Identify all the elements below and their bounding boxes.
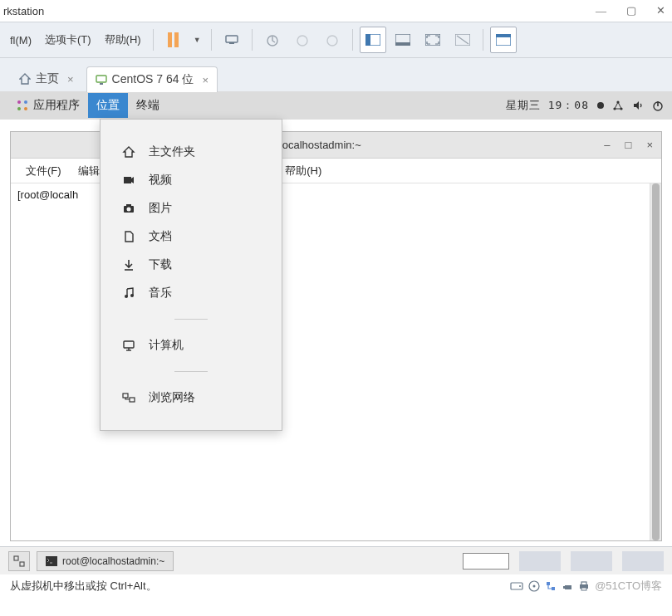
panel-status-area: 星期三 19：08 [506,98,664,113]
send-ctrlaltdel-icon[interactable] [218,27,245,53]
close-icon[interactable]: × [67,73,74,86]
maximize-button[interactable]: ▢ [626,4,636,17]
input-method-indicator[interactable] [463,553,509,570]
cd-icon[interactable] [528,580,540,592]
tab-home-label: 主页 [36,71,59,86]
music-icon [122,286,137,300]
outer-window-titlebar: rkstation — ▢ ✕ [0,0,672,22]
gnome-top-panel: 应用程序 位置 终端 星期三 19：08 [0,91,672,120]
svg-point-31 [130,294,134,297]
svg-rect-48 [563,586,566,589]
menu-tabs[interactable]: 选项卡(T) [40,29,96,51]
network-adapter-icon[interactable] [545,580,557,592]
menu-m[interactable]: fl(M) [5,31,37,50]
disk-icon[interactable] [510,580,523,592]
dropdown-downloads[interactable]: 下载 [101,251,282,279]
dropdown-documents-label: 文档 [149,229,172,244]
show-desktop-button[interactable] [8,551,30,571]
apps-icon [17,100,28,111]
separator [211,29,212,51]
svg-rect-50 [581,582,586,585]
dropdown-browse-label: 浏览网络 [149,390,195,405]
volume-icon[interactable] [632,100,644,111]
dropdown-separator [174,319,208,320]
svg-rect-33 [124,341,134,348]
document-icon [122,230,137,243]
camera-icon [122,202,137,215]
tray-spacer [571,551,612,571]
snapshot-icon[interactable] [259,27,286,53]
pause-button[interactable] [160,27,187,53]
dropdown-home[interactable]: 主文件夹 [101,138,282,166]
svg-rect-38 [14,556,18,560]
close-button[interactable]: ✕ [656,4,665,17]
svg-rect-1 [229,42,234,44]
dropdown-video-label: 视频 [149,173,172,188]
tab-home[interactable]: 主页 × [10,66,83,91]
tray-spacer [622,551,664,571]
terminal-menu-file[interactable]: 文件(F) [21,160,66,182]
minimize-button[interactable]: — [596,4,606,17]
dropdown-home-label: 主文件夹 [149,144,195,159]
view-fullscreen-button[interactable] [419,27,446,53]
close-button[interactable]: × [646,139,653,151]
clock-label[interactable]: 星期三 19：08 [506,98,589,113]
terminal-small-icon [46,556,57,566]
svg-rect-8 [395,42,410,46]
applications-menu[interactable]: 应用程序 [8,93,88,118]
vmware-status-bar: 从虚拟机中移出或按 Ctrl+Alt。 @51CTO博客 [0,574,672,598]
network-icon[interactable] [612,100,624,111]
svg-rect-37 [130,398,135,402]
terminal-window-controls: – □ × [604,139,661,151]
terminal-menu-help[interactable]: 帮助(H) [280,160,326,182]
power-icon[interactable] [652,100,664,111]
tray-spacer [519,551,561,571]
svg-rect-47 [565,585,571,589]
view-window-button[interactable] [490,27,517,53]
dropdown-separator [174,371,208,372]
svg-rect-39 [20,562,24,566]
dropdown-downloads-label: 下载 [149,257,172,272]
svg-rect-51 [581,588,586,590]
menu-help[interactable]: 帮助(H) [100,29,146,51]
terminal-menu[interactable]: 终端 [128,93,168,118]
view-sidebar-button[interactable] [360,27,386,53]
pause-dropdown-icon[interactable]: ▼ [190,36,204,44]
download-icon [122,258,137,271]
manage-icon[interactable] [319,27,346,53]
dropdown-pictures[interactable]: 图片 [101,194,282,222]
taskbar-terminal-label: root@localhostadmin:~ [62,555,164,567]
tab-vm-label: CentOS 7 64 位 [112,72,194,87]
window-title: rkstation [3,5,44,17]
separator [352,29,353,51]
status-hint: 从虚拟机中移出或按 Ctrl+Alt。 [10,579,157,594]
usb-icon[interactable] [562,580,573,592]
home-folder-icon [122,145,137,159]
dropdown-video[interactable]: 视频 [101,166,282,194]
terminal-scrollbar[interactable] [650,183,661,540]
status-dot-icon [597,102,604,109]
svg-rect-14 [96,76,106,82]
revert-icon[interactable] [289,27,316,53]
scrollbar-thumb[interactable] [652,183,660,540]
svg-point-44 [533,585,536,588]
dropdown-computer[interactable]: 计算机 [101,331,282,359]
svg-point-16 [17,100,21,104]
close-icon[interactable]: × [202,74,208,86]
dropdown-browse-network[interactable]: 浏览网络 [101,384,282,412]
view-unity-button[interactable] [449,27,476,53]
taskbar-terminal-button[interactable]: root@localhostadmin:~ [37,551,174,571]
network-browse-icon [122,391,137,404]
view-console-button[interactable] [390,27,416,53]
tab-vm[interactable]: CentOS 7 64 位 × [86,66,218,92]
svg-rect-28 [126,204,131,207]
minimize-button[interactable]: – [604,139,610,151]
svg-rect-45 [547,582,550,585]
printer-icon[interactable] [578,580,590,592]
separator [153,29,154,51]
dropdown-documents[interactable]: 文档 [101,222,282,251]
places-dropdown: 主文件夹 视频 图片 文档 下载 音乐 计算机 浏览网络 [100,119,282,431]
dropdown-music[interactable]: 音乐 [101,279,282,307]
svg-rect-46 [552,587,555,590]
maximize-button[interactable]: □ [625,139,632,151]
